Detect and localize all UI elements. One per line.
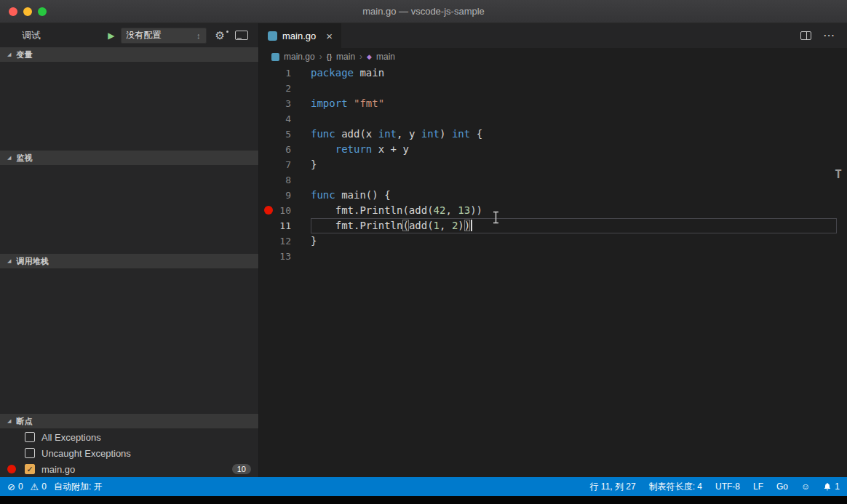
feedback-smiley-icon[interactable]: ☺: [801, 481, 810, 492]
gutter[interactable]: 1: [259, 65, 311, 81]
language-mode-status[interactable]: Go: [776, 481, 788, 492]
breakpoint-checkbox[interactable]: ✓: [25, 464, 35, 474]
gutter[interactable]: 7: [259, 157, 311, 172]
code-token: return: [335, 143, 373, 155]
code-line-7[interactable]: 7}: [259, 157, 847, 172]
code-line-1[interactable]: 1package main: [259, 65, 847, 81]
gutter[interactable]: 11: [259, 218, 311, 233]
breadcrumb-item-symbol[interactable]: main: [376, 52, 395, 62]
code-line-6[interactable]: 6 return x + y: [259, 142, 847, 157]
notifications-bell[interactable]: 1: [823, 481, 840, 492]
section-header-callstack[interactable]: ◢ 调用堆栈: [0, 254, 258, 268]
breadcrumb-item-package[interactable]: main: [336, 52, 355, 62]
breadcrumb-namespace-icon: {}: [327, 52, 332, 61]
code-token: [348, 97, 354, 109]
status-right: 行 11, 列 27 制表符长度: 4 UTF-8 LF Go ☺ 1: [590, 481, 840, 493]
gutter[interactable]: 13: [259, 249, 311, 264]
gutter[interactable]: 9: [259, 188, 311, 203]
cursor-position-status[interactable]: 行 11, 列 27: [590, 481, 636, 493]
line-number: 1: [259, 65, 291, 81]
code-line-10[interactable]: 10 fmt.Println(add(42, 13)): [259, 203, 847, 218]
section-label: 监视: [16, 153, 32, 164]
go-file-icon: [268, 31, 277, 41]
variables-panel[interactable]: [0, 62, 258, 151]
code-line-5[interactable]: 5func add(x int, y int) int {: [259, 127, 847, 142]
code-line-content: [311, 111, 837, 127]
breakpoint-dot[interactable]: [264, 206, 273, 215]
debug-config-dropdown[interactable]: 没有配置 ↕: [121, 28, 207, 44]
breadcrumb-item-file[interactable]: main.go: [284, 52, 315, 62]
line-number: 7: [259, 157, 291, 172]
problems-errors[interactable]: ⊘ 0: [7, 481, 23, 492]
titlebar[interactable]: main.go — vscode-js-sample: [0, 0, 847, 23]
eol-status[interactable]: LF: [753, 481, 763, 492]
breakpoint-row[interactable]: All Exceptions: [0, 429, 258, 445]
code-token: }: [311, 159, 317, 170]
line-number: 11: [259, 218, 291, 233]
minimap-glyph: T: [835, 167, 842, 181]
gutter[interactable]: 6: [259, 142, 311, 157]
code-token: , y: [397, 128, 421, 140]
minimize-window-button[interactable]: [23, 7, 32, 16]
more-actions-icon[interactable]: ⋯: [823, 30, 835, 41]
code-editor[interactable]: 1package main23import "fmt"45func add(x …: [259, 65, 847, 477]
debug-console-icon[interactable]: [235, 31, 248, 40]
code-token: ,: [440, 220, 452, 231]
zoom-window-button[interactable]: [38, 7, 47, 16]
code-token: ): [458, 220, 464, 231]
collapse-arrow-icon: ◢: [7, 258, 11, 264]
section-label: 调用堆栈: [16, 256, 48, 267]
section-header-watch[interactable]: ◢ 监视: [0, 151, 258, 165]
split-editor-icon[interactable]: [800, 31, 811, 40]
gutter[interactable]: 2: [259, 81, 311, 96]
debug-panel-title: 调试: [22, 29, 41, 42]
code-line-2[interactable]: 2: [259, 81, 847, 96]
section-header-variables[interactable]: ◢ 变量: [0, 47, 258, 62]
start-debugging-icon[interactable]: ▶: [108, 31, 114, 41]
code-token: func: [311, 128, 335, 140]
code-token: int: [421, 128, 440, 140]
line-number: 8: [259, 172, 291, 188]
code-token: 42: [434, 204, 446, 216]
code-token: ,: [445, 204, 458, 216]
code-line-content: fmt.Println(add(1, 2)): [311, 218, 837, 233]
code-line-9[interactable]: 9func main() {: [259, 188, 847, 203]
gutter[interactable]: 4: [259, 111, 311, 127]
debug-toolbar: 调试 ▶ 没有配置 ↕ ⚙: [0, 23, 258, 47]
configure-gear-icon[interactable]: ⚙: [215, 30, 225, 41]
code-line-8[interactable]: 8: [259, 172, 847, 188]
code-token: package: [311, 67, 354, 79]
section-label: 变量: [16, 49, 32, 60]
code-line-12[interactable]: 12}: [259, 233, 847, 249]
code-line-13[interactable]: 13: [259, 249, 847, 264]
gutter[interactable]: 10: [259, 203, 311, 218]
breadcrumb-separator-icon: ›: [359, 52, 362, 62]
breakpoint-row[interactable]: ✓main.go10: [0, 461, 258, 477]
code-token: func: [311, 189, 335, 201]
breakpoint-label: All Exceptions: [41, 432, 101, 443]
tab-main-go[interactable]: main.go ×: [259, 23, 341, 48]
code-line-content: package main: [311, 65, 837, 81]
breakpoint-row[interactable]: Uncaught Exceptions: [0, 445, 258, 461]
section-header-breakpoints[interactable]: ◢ 断点: [0, 414, 258, 428]
gutter[interactable]: 12: [259, 233, 311, 249]
auto-attach-status[interactable]: 自动附加: 开: [54, 481, 103, 493]
encoding-status[interactable]: UTF-8: [715, 481, 740, 492]
gutter[interactable]: 8: [259, 172, 311, 188]
gutter[interactable]: 3: [259, 96, 311, 111]
close-window-button[interactable]: [9, 7, 17, 16]
code-line-11[interactable]: 11 fmt.Println(add(1, 2)): [259, 218, 847, 233]
bell-icon: [823, 482, 832, 492]
breakpoint-checkbox[interactable]: [25, 432, 35, 442]
code-line-3[interactable]: 3import "fmt": [259, 96, 847, 111]
gutter[interactable]: 5: [259, 127, 311, 142]
problems-warnings[interactable]: ⚠ 0: [31, 481, 47, 492]
code-line-4[interactable]: 4: [259, 111, 847, 127]
debug-config-value: 没有配置: [127, 29, 162, 41]
callstack-panel[interactable]: [0, 268, 258, 414]
tab-size-status[interactable]: 制表符长度: 4: [649, 481, 702, 493]
watch-panel[interactable]: [0, 165, 258, 254]
tab-close-icon[interactable]: ×: [326, 30, 333, 42]
breakpoint-checkbox[interactable]: [25, 448, 35, 458]
code-line-content: }: [311, 233, 837, 249]
